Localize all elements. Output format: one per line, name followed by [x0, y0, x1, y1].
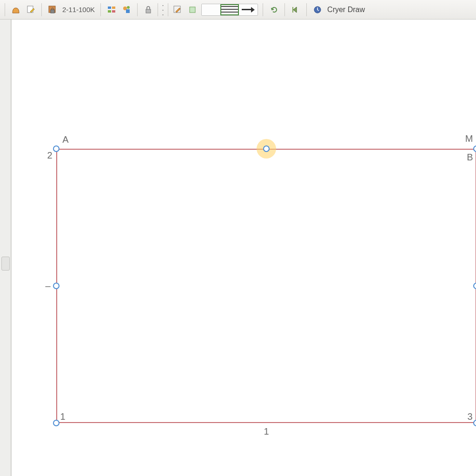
edit-pencil-icon[interactable]: [171, 3, 185, 17]
label-M: M: [465, 133, 473, 144]
label-A: A: [62, 134, 68, 145]
line-style-group: [201, 4, 258, 16]
svg-rect-5: [108, 10, 111, 13]
label-bm-1: 1: [264, 426, 269, 437]
label-br-3: 3: [467, 411, 472, 422]
svg-rect-12: [190, 7, 195, 13]
shapes-icon[interactable]: [119, 3, 133, 17]
separator: [263, 3, 263, 16]
svg-rect-6: [112, 10, 115, 13]
svg-rect-3: [108, 7, 111, 9]
separator: [158, 3, 158, 16]
separator: [100, 3, 101, 16]
node-mid-left[interactable]: [53, 283, 60, 289]
lock-icon[interactable]: [141, 3, 155, 17]
svg-rect-4: [112, 7, 115, 9]
rectangle-shape[interactable]: [56, 149, 476, 423]
node-top-mid[interactable]: [263, 145, 270, 152]
style-lines[interactable]: [220, 4, 239, 15]
separator: [306, 3, 307, 16]
workspace: A 2 M B – 1 1 3: [0, 20, 476, 476]
grip-icon: ···: [162, 3, 164, 16]
node-bottom-left[interactable]: [53, 420, 60, 426]
arch-icon[interactable]: [9, 3, 23, 17]
palette-icon[interactable]: [105, 3, 119, 17]
separator: [5, 3, 5, 16]
step-back-icon[interactable]: [289, 3, 303, 17]
label-mid-left: –: [45, 281, 50, 291]
gutter-handle[interactable]: [1, 257, 10, 271]
label-2: 2: [47, 150, 52, 161]
svg-rect-10: [146, 9, 151, 13]
left-gutter: [0, 20, 11, 476]
cryer-draw-label: Cryer Draw: [327, 6, 365, 14]
separator: [284, 3, 285, 16]
undo-icon[interactable]: [267, 3, 281, 17]
separator: [168, 3, 168, 16]
green-square-icon[interactable]: [185, 3, 199, 17]
style-plain[interactable]: [202, 4, 220, 15]
main-toolbar: 2-11-100K ··· Cryer Draw: [0, 0, 476, 20]
drawing-canvas[interactable]: A 2 M B – 1 1 3: [11, 20, 476, 476]
svg-point-9: [127, 6, 130, 9]
sheet-edit-icon[interactable]: [24, 3, 38, 17]
style-arrow[interactable]: [239, 4, 258, 15]
scale-lock-icon[interactable]: [46, 3, 60, 17]
svg-rect-2: [51, 10, 54, 13]
label-bl-1: 1: [60, 411, 65, 422]
label-B: B: [467, 152, 473, 163]
svg-rect-13: [292, 7, 293, 13]
clock-icon[interactable]: [311, 3, 324, 17]
separator: [137, 3, 138, 16]
svg-rect-8: [126, 9, 130, 13]
node-bottom-right[interactable]: [473, 420, 476, 426]
node-top-left[interactable]: [53, 145, 60, 152]
scale-label: 2-11-100K: [60, 6, 97, 13]
separator: [41, 3, 42, 16]
